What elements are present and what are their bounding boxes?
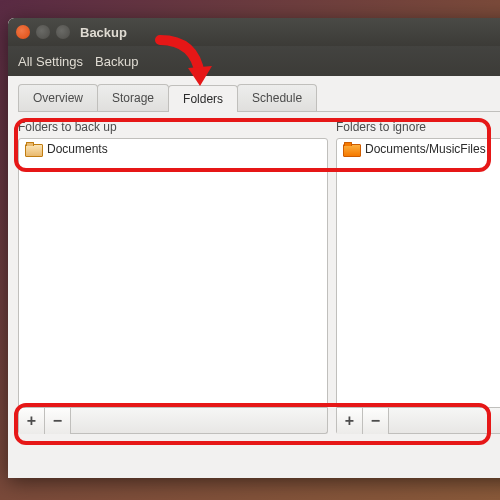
window-controls xyxy=(16,25,70,39)
panels-row: Folders to back up Documents + − Folders… xyxy=(18,120,500,434)
close-icon[interactable] xyxy=(16,25,30,39)
backup-listbox[interactable]: Documents xyxy=(18,138,328,408)
titlebar: Backup xyxy=(8,18,500,46)
backup-panel: Folders to back up Documents + − xyxy=(18,120,328,434)
breadcrumb-backup[interactable]: Backup xyxy=(95,54,138,69)
tab-folders[interactable]: Folders xyxy=(168,85,238,112)
ignore-panel: Folders to ignore Documents/MusicFiles +… xyxy=(336,120,500,434)
content-area: Overview Storage Folders Schedule Folder… xyxy=(8,76,500,442)
breadcrumb-toolbar: All Settings Backup xyxy=(8,46,500,76)
window-title: Backup xyxy=(80,25,127,40)
list-item[interactable]: Documents/MusicFiles xyxy=(337,139,500,159)
maximize-icon[interactable] xyxy=(56,25,70,39)
folder-icon xyxy=(343,142,359,156)
breadcrumb-all-settings[interactable]: All Settings xyxy=(18,54,83,69)
list-item[interactable]: Documents xyxy=(19,139,327,159)
tab-bar: Overview Storage Folders Schedule xyxy=(18,84,500,112)
list-item-label: Documents xyxy=(47,142,108,156)
list-item-label: Documents/MusicFiles xyxy=(365,142,486,156)
tab-schedule[interactable]: Schedule xyxy=(237,84,317,111)
ignore-panel-label: Folders to ignore xyxy=(336,120,500,134)
ignore-listbox[interactable]: Documents/MusicFiles xyxy=(336,138,500,408)
ignore-list-toolbar: + − xyxy=(336,408,500,434)
remove-button[interactable]: − xyxy=(363,408,389,434)
remove-button[interactable]: − xyxy=(45,408,71,434)
add-button[interactable]: + xyxy=(337,408,363,434)
backup-panel-label: Folders to back up xyxy=(18,120,328,134)
backup-list-toolbar: + − xyxy=(18,408,328,434)
tab-overview[interactable]: Overview xyxy=(18,84,98,111)
tab-storage[interactable]: Storage xyxy=(97,84,169,111)
backup-window: Backup All Settings Backup Overview Stor… xyxy=(8,18,500,478)
add-button[interactable]: + xyxy=(19,408,45,434)
folder-icon xyxy=(25,142,41,156)
minimize-icon[interactable] xyxy=(36,25,50,39)
